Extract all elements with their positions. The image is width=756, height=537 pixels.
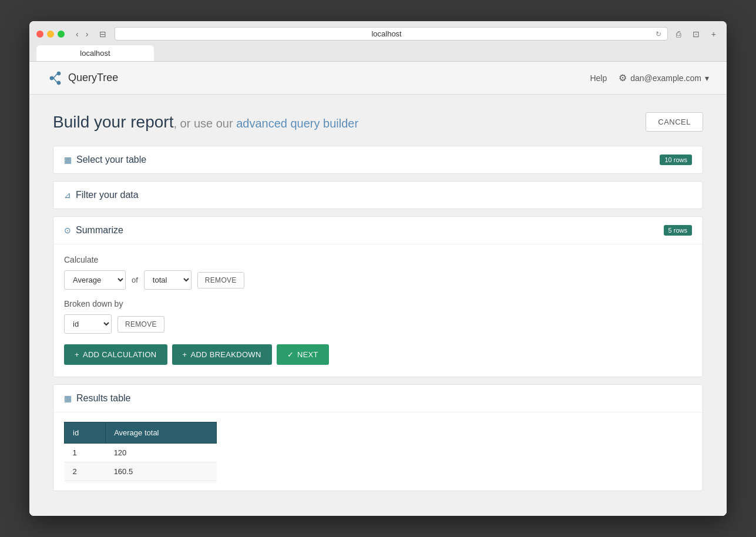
summarize-body: Calculate Average Count Sum Min Max of t…	[53, 244, 703, 377]
share-button[interactable]: ⎙	[673, 28, 684, 40]
table-row: 2 160.5	[65, 462, 217, 481]
select-table-badge: 10 rows	[660, 155, 692, 165]
new-tab-button[interactable]: +	[708, 28, 720, 40]
logo-icon	[47, 70, 63, 86]
table-icon: ▦	[64, 155, 72, 165]
svg-line-4	[53, 78, 57, 82]
filter-panel: ⊿ Filter your data	[53, 181, 703, 209]
add-breakdown-button[interactable]: + ADD BREAKDOWN	[172, 344, 272, 365]
filter-title: ⊿ Filter your data	[64, 190, 139, 200]
svg-point-2	[57, 81, 61, 85]
traffic-lights	[36, 31, 65, 38]
svg-point-0	[50, 76, 53, 80]
calculation-method-select[interactable]: Average Count Sum Min Max	[64, 270, 126, 290]
check-icon: ✓	[287, 350, 294, 359]
app-nav: QueryTree Help ⚙ dan@example.com ▾	[29, 62, 727, 95]
results-panel: ▦ Results table id Average total	[53, 384, 703, 491]
advanced-query-link[interactable]: advanced query builder	[236, 117, 358, 130]
calculate-label: Calculate	[64, 255, 692, 264]
app-container: QueryTree Help ⚙ dan@example.com ▾ Build…	[29, 62, 727, 516]
calculation-field-select[interactable]: total id	[144, 270, 191, 290]
results-table-icon: ▦	[64, 394, 72, 403]
browser-window: ‹ › ⊟ localhost ↻ ⎙ ⊡ + localhost	[29, 21, 727, 516]
chevron-down-icon: ▾	[705, 73, 709, 83]
refresh-icon[interactable]: ↻	[656, 30, 661, 38]
tab-manage-button[interactable]: ⊡	[689, 28, 703, 40]
row-1-id: 1	[65, 444, 106, 462]
filter-header[interactable]: ⊿ Filter your data	[53, 182, 703, 209]
row-2-value: 160.5	[106, 462, 217, 481]
table-head: id Average total	[65, 422, 217, 444]
page-title-main: Build your report	[53, 113, 173, 131]
table-row: 1 120	[65, 444, 217, 462]
minimize-button[interactable]	[47, 31, 54, 38]
split-view-button[interactable]: ⊟	[96, 28, 110, 40]
calc-of-label: of	[132, 276, 138, 284]
results-title: ▦ Results table	[64, 393, 131, 404]
table-body: 1 120 2 160.5	[65, 444, 217, 481]
select-table-header[interactable]: ▦ Select your table 10 rows	[53, 146, 703, 173]
plus-icon-2: +	[183, 350, 187, 359]
col-average-total: Average total	[106, 422, 217, 444]
breakdown-label: Broken down by	[64, 299, 692, 308]
plus-icon: +	[75, 350, 79, 359]
close-button[interactable]	[36, 31, 43, 38]
select-table-panel: ▦ Select your table 10 rows	[53, 146, 703, 174]
summarize-header[interactable]: ⊙ Summarize 5 rows	[53, 217, 703, 244]
select-table-title: ▦ Select your table	[64, 155, 146, 165]
page-title-connector: , or use our	[173, 117, 236, 130]
breakdown-field-select[interactable]: id total	[64, 314, 112, 334]
address-text: localhost	[121, 29, 651, 38]
user-email: dan@example.com	[630, 73, 701, 83]
svg-line-3	[53, 74, 57, 78]
help-link[interactable]: Help	[590, 73, 607, 83]
gear-icon: ⚙	[619, 72, 627, 83]
summarize-badge: 5 rows	[664, 225, 692, 236]
active-tab[interactable]: localhost	[36, 45, 154, 61]
breakdown-row: id total REMOVE	[64, 314, 692, 334]
remove-breakdown-button[interactable]: REMOVE	[117, 316, 164, 333]
filter-icon: ⊿	[64, 190, 71, 200]
summarize-icon: ⊙	[64, 226, 71, 235]
results-body: id Average total 1 120 2 160.5	[53, 412, 703, 491]
forward-button[interactable]: ›	[83, 28, 92, 40]
summarize-panel: ⊙ Summarize 5 rows Calculate Average Cou…	[53, 216, 703, 377]
user-menu[interactable]: ⚙ dan@example.com ▾	[619, 72, 709, 83]
logo[interactable]: QueryTree	[47, 70, 118, 86]
browser-chrome: ‹ › ⊟ localhost ↻ ⎙ ⊡ + localhost	[29, 21, 727, 62]
results-header[interactable]: ▦ Results table	[53, 385, 703, 412]
row-1-value: 120	[106, 444, 217, 462]
logo-text: QueryTree	[68, 72, 118, 84]
add-calculation-button[interactable]: + ADD CALCULATION	[64, 344, 167, 365]
address-bar[interactable]: localhost ↻	[115, 27, 667, 41]
results-table: id Average total 1 120 2 160.5	[64, 422, 217, 481]
cancel-button[interactable]: CANCEL	[646, 112, 703, 132]
main-content: Build your report, or use our advanced q…	[29, 95, 727, 516]
row-2-id: 2	[65, 462, 106, 481]
svg-point-1	[57, 72, 61, 75]
maximize-button[interactable]	[58, 31, 65, 38]
back-button[interactable]: ‹	[73, 28, 82, 40]
col-id: id	[65, 422, 106, 444]
page-title: Build your report, or use our advanced q…	[53, 113, 358, 132]
calculation-row: Average Count Sum Min Max of total id RE…	[64, 270, 692, 290]
remove-calculation-button[interactable]: REMOVE	[197, 272, 244, 288]
next-button[interactable]: ✓ NEXT	[277, 344, 329, 365]
action-buttons: + ADD CALCULATION + ADD BREAKDOWN ✓ NEXT	[64, 344, 692, 365]
summarize-title: ⊙ Summarize	[64, 225, 123, 236]
page-header: Build your report, or use our advanced q…	[53, 112, 703, 132]
